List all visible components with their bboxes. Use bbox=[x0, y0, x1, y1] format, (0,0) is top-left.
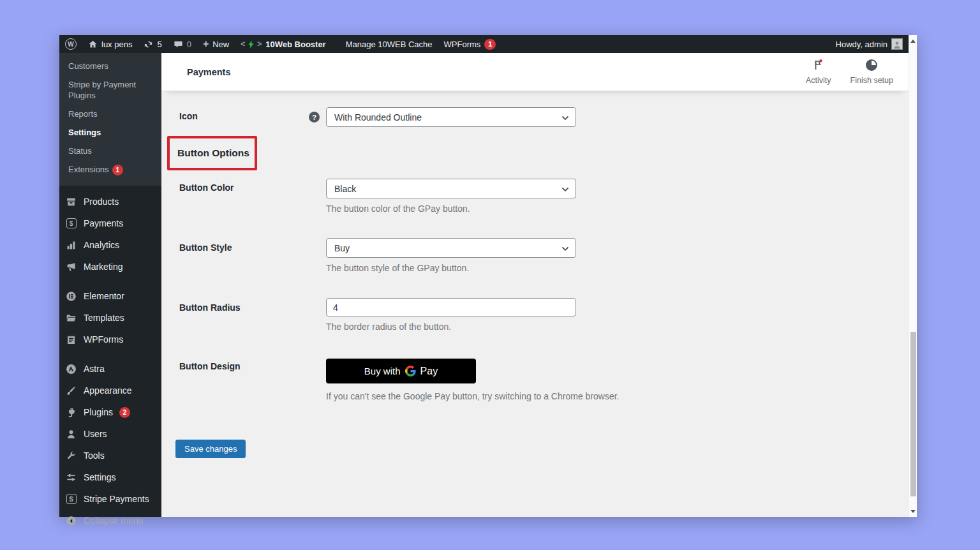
extensions-badge: 1 bbox=[112, 165, 123, 175]
comments-count: 0 bbox=[187, 40, 191, 49]
menu-label: Appearance bbox=[84, 385, 132, 396]
howdy-text: Howdy, admin bbox=[836, 40, 887, 49]
scroll-down-arrow-icon[interactable] bbox=[909, 507, 917, 516]
chevron-down-icon bbox=[561, 112, 569, 123]
astra-icon bbox=[65, 363, 77, 375]
comments-link[interactable]: 0 bbox=[168, 35, 197, 53]
submenu-label: Settings bbox=[68, 128, 101, 137]
vertical-scrollbar[interactable] bbox=[909, 35, 917, 517]
home-icon bbox=[88, 40, 98, 49]
sidebar-item-stripe-payments[interactable]: S Stripe Payments bbox=[59, 488, 161, 510]
scroll-up-arrow-icon[interactable] bbox=[909, 36, 917, 45]
button-style-label: Button Style bbox=[179, 242, 232, 253]
sidebar-item-reports[interactable]: Reports bbox=[59, 105, 161, 123]
sidebar: Customers Stripe by Payment Plugins Repo… bbox=[59, 53, 161, 517]
gpay-prefix-text: Buy with bbox=[364, 366, 401, 376]
icon-field-label: Icon bbox=[179, 111, 198, 121]
submenu-label: Extensions bbox=[68, 165, 109, 174]
finish-setup-progress-icon bbox=[865, 59, 878, 74]
wp-logo-menu[interactable] bbox=[59, 35, 82, 53]
wpforms-label: WPForms bbox=[444, 40, 481, 49]
submenu-label: Customers bbox=[68, 61, 108, 71]
button-radius-input[interactable] bbox=[326, 298, 576, 316]
sidebar-item-status[interactable]: Status bbox=[59, 142, 161, 160]
sidebar-menu: Products $ Payments Analytics Marketing bbox=[59, 186, 161, 531]
manage-cache-link[interactable]: Manage 10WEB Cache bbox=[332, 35, 438, 53]
finish-setup-label: Finish setup bbox=[850, 76, 893, 85]
button-color-description: The button color of the GPay button. bbox=[326, 204, 470, 214]
menu-label: Settings bbox=[84, 472, 116, 482]
gpay-suffix-text: Pay bbox=[420, 366, 438, 377]
activity-button[interactable]: Activity bbox=[806, 59, 831, 85]
submenu-label: Reports bbox=[68, 109, 98, 119]
analytics-icon bbox=[65, 239, 77, 251]
menu-label: Stripe Payments bbox=[84, 494, 149, 504]
sidebar-item-wpforms[interactable]: WPForms bbox=[59, 329, 161, 350]
booster-label: 10Web Booster bbox=[265, 40, 325, 49]
sidebar-item-payments[interactable]: $ Payments bbox=[59, 212, 161, 234]
sidebar-item-products[interactable]: Products bbox=[59, 191, 161, 212]
save-changes-button[interactable]: Save changes bbox=[175, 440, 246, 458]
users-icon bbox=[65, 428, 77, 440]
sidebar-item-plugins[interactable]: Plugins 2 bbox=[59, 401, 161, 423]
tools-icon bbox=[65, 450, 77, 462]
button-radius-description: The border radius of the button. bbox=[326, 322, 451, 332]
wpforms-menu[interactable]: WPForms 1 bbox=[438, 35, 502, 53]
chevron-down-icon bbox=[561, 243, 569, 253]
sidebar-item-elementor[interactable]: Elementor bbox=[59, 285, 161, 307]
site-name-link[interactable]: lux pens bbox=[82, 35, 138, 53]
menu-label: Products bbox=[84, 197, 119, 207]
wpforms-icon bbox=[65, 334, 77, 346]
sidebar-item-astra[interactable]: Astra bbox=[59, 358, 161, 380]
button-style-value: Buy bbox=[334, 243, 350, 253]
sidebar-item-extensions[interactable]: Extensions1 bbox=[59, 160, 161, 179]
button-color-select[interactable]: Black bbox=[326, 179, 576, 198]
sidebar-item-stripe-by-payment-plugins[interactable]: Stripe by Payment Plugins bbox=[59, 75, 147, 105]
wordpress-admin-window: lux pens 5 0 New < bbox=[59, 35, 917, 517]
activity-flag-icon bbox=[812, 59, 825, 74]
angle-bracket-left-icon: < bbox=[241, 40, 245, 48]
menu-label: Astra bbox=[84, 364, 105, 374]
google-g-logo-icon bbox=[405, 366, 416, 376]
button-design-description: If you can't see the Google Pay button, … bbox=[326, 391, 619, 401]
button-color-value: Black bbox=[334, 184, 356, 194]
lightning-bolt-icon bbox=[247, 40, 255, 49]
updates-link[interactable]: 5 bbox=[138, 35, 167, 53]
menu-label: Collapse menu bbox=[84, 516, 143, 526]
settings-icon bbox=[65, 472, 77, 484]
scrollbar-thumb[interactable] bbox=[910, 332, 916, 496]
desktop-background: lux pens 5 0 New < bbox=[0, 0, 980, 550]
sidebar-item-users[interactable]: Users bbox=[59, 423, 161, 445]
new-label: New bbox=[212, 40, 229, 49]
menu-label: Users bbox=[84, 429, 107, 439]
sidebar-submenu: Customers Stripe by Payment Plugins Repo… bbox=[59, 53, 161, 186]
account-menu[interactable]: Howdy, admin bbox=[830, 35, 909, 53]
menu-divider bbox=[59, 278, 161, 285]
wordpress-logo-icon bbox=[65, 38, 77, 50]
button-design-label: Button Design bbox=[179, 361, 241, 371]
wpforms-badge: 1 bbox=[484, 39, 496, 50]
help-icon[interactable] bbox=[309, 112, 320, 123]
sidebar-item-appearance[interactable]: Appearance bbox=[59, 380, 161, 401]
icon-select[interactable]: With Rounded Outline bbox=[326, 107, 576, 127]
sidebar-item-settings[interactable]: Settings bbox=[59, 466, 161, 488]
finish-setup-button[interactable]: Finish setup bbox=[850, 59, 893, 85]
new-content-menu[interactable]: New bbox=[197, 35, 235, 53]
sidebar-item-marketing[interactable]: Marketing bbox=[59, 256, 161, 278]
updates-icon bbox=[144, 40, 153, 49]
comments-icon bbox=[174, 40, 183, 49]
sidebar-item-collapse-menu[interactable]: Collapse menu bbox=[59, 510, 161, 531]
gpay-preview-button[interactable]: Buy with Pay bbox=[326, 359, 476, 383]
sidebar-item-customers[interactable]: Customers bbox=[59, 57, 161, 75]
tenweb-booster-menu[interactable]: < > 10Web Booster bbox=[235, 35, 331, 53]
menu-label: WPForms bbox=[84, 334, 123, 345]
marketing-icon bbox=[65, 261, 77, 273]
site-name: lux pens bbox=[101, 40, 132, 49]
submenu-label: Status bbox=[68, 146, 92, 156]
sidebar-item-templates[interactable]: Templates bbox=[59, 307, 161, 329]
sidebar-item-analytics[interactable]: Analytics bbox=[59, 234, 161, 256]
button-style-select[interactable]: Buy bbox=[326, 238, 576, 258]
sidebar-item-tools[interactable]: Tools bbox=[59, 445, 161, 466]
sidebar-item-settings-current[interactable]: Settings bbox=[59, 123, 161, 142]
page-title: Payments bbox=[187, 67, 231, 77]
